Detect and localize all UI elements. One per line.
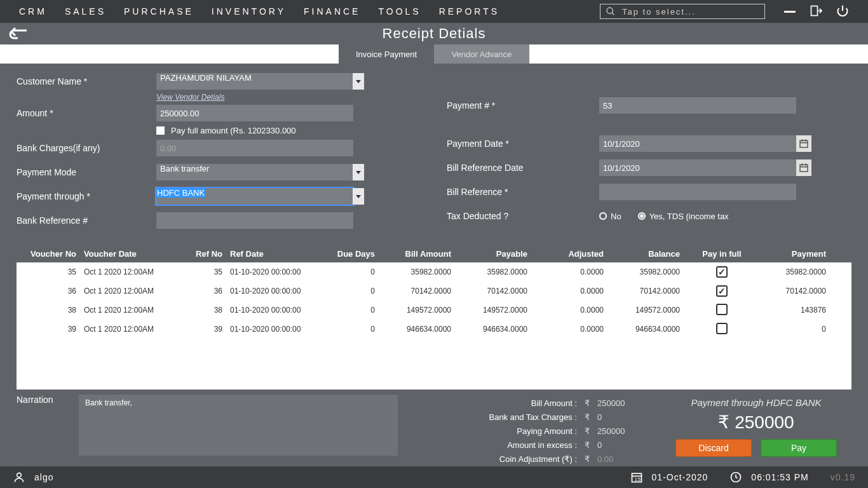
status-date: 01-Oct-2020 xyxy=(652,472,709,482)
menu-purchase[interactable]: PURCHASE xyxy=(124,6,194,17)
pay-in-full-checkbox[interactable] xyxy=(716,304,728,315)
table-header: Voucher No Voucher Date Ref No Ref Date … xyxy=(17,245,851,262)
tax-deducted-label: Tax Deducted ? xyxy=(447,211,599,221)
clock-icon xyxy=(729,471,742,484)
col-ref-date: Ref Date xyxy=(226,249,322,259)
form-area: Customer Name * PAZHAMUDIR NILAYAM View … xyxy=(0,64,868,242)
table-row[interactable]: 35Oct 1 2020 12:00AM3501-10-2020 00:00:0… xyxy=(17,262,851,281)
col-payable: Payable xyxy=(455,249,531,259)
table-row[interactable]: 39Oct 1 2020 12:00AM3901-10-2020 00:00:0… xyxy=(17,320,851,339)
search-placeholder: Tap to select... xyxy=(622,7,696,17)
menu-tools[interactable]: TOOLS xyxy=(378,6,421,17)
customer-name-dropdown-button[interactable] xyxy=(353,73,364,90)
bank-charges-label: Bank Charges(if any) xyxy=(17,143,156,153)
col-due-days: Due Days xyxy=(322,249,379,259)
table-row[interactable]: 36Oct 1 2020 12:00AM3601-10-2020 00:00:0… xyxy=(17,281,851,301)
bank-tax-charges-label: Bank and Tax Charges : xyxy=(489,412,577,422)
col-adjusted: Adjusted xyxy=(531,249,607,259)
tax-no-radio[interactable]: No xyxy=(599,212,621,221)
pay-in-full-checkbox[interactable] xyxy=(716,285,728,297)
discard-button[interactable]: Discard xyxy=(675,439,752,457)
bank-tax-charges-value: 0 xyxy=(597,412,648,422)
payment-no-input[interactable] xyxy=(599,97,796,114)
logout-icon[interactable] xyxy=(810,4,822,19)
payment-through-select[interactable]: HDFC BANK xyxy=(156,188,353,205)
bill-amount-value: 250000 xyxy=(597,398,648,408)
calendar-icon xyxy=(799,163,809,173)
minimize-button[interactable] xyxy=(784,11,796,13)
bill-ref-input[interactable] xyxy=(599,184,796,200)
bill-ref-date-label: Bill Reference Date xyxy=(447,163,599,173)
col-ref-no: Ref No xyxy=(175,249,226,259)
payment-date-picker-button[interactable] xyxy=(796,135,811,152)
narration-textarea[interactable]: Bank transfer, xyxy=(79,395,398,456)
pay-button[interactable]: Pay xyxy=(761,439,837,457)
svg-rect-3 xyxy=(800,140,808,147)
paying-amount-label: Paying Amount : xyxy=(517,426,577,436)
main-menu: CRM SALES PURCHASE INVENTORY FINANCE TOO… xyxy=(19,6,499,17)
status-version: v0.19 xyxy=(831,472,855,482)
calendar-icon xyxy=(799,139,809,149)
menu-finance[interactable]: FINANCE xyxy=(304,6,360,17)
tab-bar: Invoice Payment Vendor Advance xyxy=(0,44,868,64)
paying-amount-value: 250000 xyxy=(597,426,648,436)
payment-through-text: Payment through HDFC BANK xyxy=(667,397,845,408)
payment-mode-select[interactable]: Bank transfer xyxy=(156,164,353,180)
payment-date-label: Payment Date * xyxy=(447,139,599,149)
svg-rect-2 xyxy=(811,6,818,15)
pay-full-amount-checkbox[interactable] xyxy=(156,126,165,135)
amount-excess-value: 0 xyxy=(597,440,648,450)
amount-input[interactable] xyxy=(156,105,353,121)
amount-excess-label: Amount in excess : xyxy=(507,440,577,450)
global-search[interactable]: Tap to select... xyxy=(600,4,765,19)
bill-ref-date-input[interactable] xyxy=(599,159,796,176)
payment-date-input[interactable] xyxy=(599,135,796,152)
coin-adjustment-label: Coin Adjustment (₹) : xyxy=(499,454,577,464)
amount-label: Amount * xyxy=(17,108,156,118)
bank-reference-input[interactable] xyxy=(156,212,353,229)
menu-inventory[interactable]: INVENTORY xyxy=(212,6,286,17)
customer-name-select[interactable]: PAZHAMUDIR NILAYAM xyxy=(156,73,353,90)
pay-in-full-checkbox[interactable] xyxy=(716,323,728,334)
table-row[interactable]: 38Oct 1 2020 12:00AM3801-10-2020 00:00:0… xyxy=(17,301,851,320)
col-balance: Balance xyxy=(607,249,684,259)
status-bar: algo 15 01-Oct-2020 06:01:53 PM v0.19 xyxy=(0,466,868,488)
col-bill-amount: Bill Amount xyxy=(379,249,455,259)
tax-yes-radio[interactable]: Yes, TDS (income tax xyxy=(638,212,729,221)
user-icon xyxy=(13,471,25,484)
calendar-icon: 15 xyxy=(630,471,643,484)
bill-ref-label: Bill Reference * xyxy=(447,187,599,197)
bill-ref-date-picker-button[interactable] xyxy=(796,159,811,176)
payment-mode-label: Payment Mode xyxy=(17,167,156,177)
totals-panel: Bill Amount :₹250000 Bank and Tax Charge… xyxy=(404,395,654,467)
back-button[interactable] xyxy=(9,27,28,43)
col-voucher-no: Voucher No xyxy=(17,249,80,259)
col-voucher-date: Voucher Date xyxy=(80,249,175,259)
payment-through-dropdown-button[interactable] xyxy=(353,188,364,205)
menu-sales[interactable]: SALES xyxy=(65,6,106,17)
payment-through-label: Payment through * xyxy=(17,191,156,201)
menu-reports[interactable]: REPORTS xyxy=(439,6,499,17)
view-vendor-details-link[interactable]: View Vendor Detials xyxy=(156,93,421,102)
svg-line-1 xyxy=(612,13,614,15)
pay-in-full-checkbox[interactable] xyxy=(716,266,728,278)
table-body: 35Oct 1 2020 12:00AM3501-10-2020 00:00:0… xyxy=(17,262,851,390)
bill-amount-label: Bill Amount : xyxy=(531,398,577,408)
search-icon xyxy=(606,6,616,17)
tab-vendor-advance[interactable]: Vendor Advance xyxy=(434,44,529,64)
status-time: 06:01:53 PM xyxy=(751,472,808,482)
col-payment: Payment xyxy=(760,249,830,259)
narration-panel: Narration Bank transfer, xyxy=(17,395,398,467)
payment-no-label: Payment # * xyxy=(447,100,599,111)
pay-full-amount-label: Pay full amount (Rs. 1202330.000 xyxy=(171,126,296,135)
svg-point-11 xyxy=(17,473,22,477)
tab-invoice-payment[interactable]: Invoice Payment xyxy=(339,44,434,64)
col-pay-in-full: Pay in full xyxy=(684,249,760,259)
svg-text:15: 15 xyxy=(634,477,641,482)
payment-mode-dropdown-button[interactable] xyxy=(353,164,364,180)
bank-charges-input[interactable] xyxy=(156,140,353,156)
bottom-panels: Narration Bank transfer, Bill Amount :₹2… xyxy=(17,395,851,467)
power-icon[interactable] xyxy=(836,4,849,19)
menu-crm[interactable]: CRM xyxy=(19,6,47,17)
page-title: Receipt Detials xyxy=(383,25,486,42)
